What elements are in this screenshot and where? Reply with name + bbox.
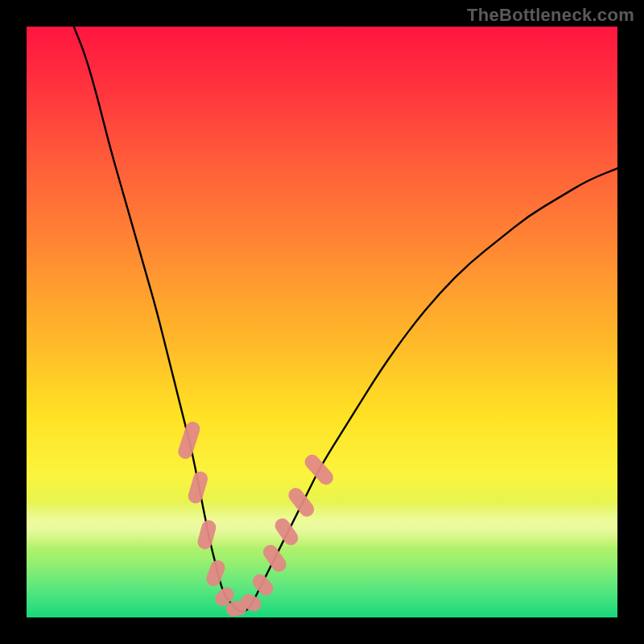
marker-capsule	[260, 542, 289, 574]
chart-stage: TheBottleneck.com	[0, 0, 644, 644]
marker-capsule	[272, 515, 301, 547]
marker-capsule	[176, 419, 202, 460]
curve-markers	[27, 27, 617, 617]
marker-capsule	[204, 558, 227, 588]
marker-capsule	[302, 452, 336, 488]
watermark-text: TheBottleneck.com	[467, 5, 634, 26]
marker-capsule	[187, 470, 209, 506]
marker-capsule	[196, 518, 217, 551]
marker-capsule	[286, 485, 317, 519]
marker-capsule	[250, 572, 276, 599]
plot-area	[27, 27, 617, 617]
